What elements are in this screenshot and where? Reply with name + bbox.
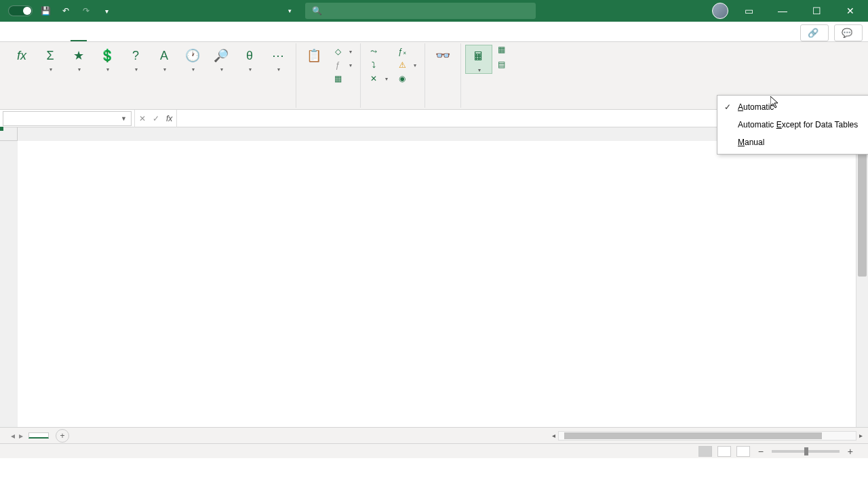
- tab-formulas[interactable]: [71, 32, 87, 41]
- lookup-icon: 🔎: [212, 47, 231, 64]
- enter-icon[interactable]: ✓: [153, 114, 159, 123]
- add-sheet-button[interactable]: +: [56, 429, 69, 443]
- group-formula-auditing: [365, 104, 420, 108]
- tab-insert[interactable]: [38, 33, 54, 41]
- group-function-library: [8, 104, 292, 108]
- tab-review[interactable]: [103, 33, 119, 41]
- statusbar: − +: [0, 443, 868, 458]
- zoom-out-button[interactable]: −: [755, 446, 766, 457]
- evaluate-formula-button[interactable]: ◉: [393, 72, 420, 85]
- math-trig-button[interactable]: θ ▾: [236, 45, 263, 73]
- text-button[interactable]: A ▾: [151, 45, 178, 73]
- star-icon: ★: [69, 47, 88, 64]
- maximize-icon[interactable]: ☐: [803, 0, 830, 22]
- calc-sheet-icon[interactable]: ▤: [496, 60, 506, 69]
- share-icon: 🔗: [808, 28, 818, 38]
- evaluate-icon: ◉: [397, 74, 407, 83]
- vertical-scrollbar[interactable]: [856, 127, 868, 427]
- name-manager-button[interactable]: 📋: [300, 45, 328, 65]
- menu-manual[interactable]: Manual: [717, 134, 868, 151]
- watch-icon: 👓: [433, 47, 452, 64]
- tab-data[interactable]: [87, 33, 103, 41]
- avatar[interactable]: [712, 3, 728, 19]
- lookup-reference-button[interactable]: 🔎 ▾: [208, 45, 235, 73]
- horizontal-scrollbar[interactable]: [558, 431, 856, 441]
- hscroll-left-icon[interactable]: ◂: [552, 432, 555, 439]
- autosum-button[interactable]: Σ ▾: [37, 45, 64, 73]
- trace-dependents-button[interactable]: ⤵: [365, 58, 392, 72]
- error-checking-button[interactable]: ⚠▾: [393, 58, 420, 72]
- select-all-corner[interactable]: [0, 127, 18, 141]
- share-button[interactable]: 🔗: [800, 24, 829, 41]
- tab-view[interactable]: [119, 33, 136, 41]
- menu-automatic-except[interactable]: Automatic Except for Data Tables: [717, 116, 868, 134]
- more-functions-button[interactable]: ⋯ ▾: [264, 45, 292, 73]
- show-formulas-icon: ƒₓ: [397, 47, 407, 56]
- ribbon-display-icon[interactable]: ▭: [735, 0, 762, 22]
- ribbon-tabs: 🔗 💬: [0, 22, 868, 42]
- question-icon: ?: [126, 47, 145, 64]
- sheet-tab-regions[interactable]: [28, 432, 49, 439]
- insert-function-button[interactable]: fx: [8, 45, 35, 65]
- calc-now-icon[interactable]: ▦: [496, 45, 506, 54]
- date-time-button[interactable]: 🕐 ▾: [179, 45, 206, 73]
- arrow-down-icon: ⤵: [369, 60, 378, 70]
- tag-icon: ◇: [333, 47, 342, 56]
- qat-dropdown-icon[interactable]: ▾: [99, 3, 114, 18]
- calc-options-menu: Automatic Automatic Except for Data Tabl…: [717, 95, 868, 155]
- undo-icon[interactable]: ↶: [58, 3, 73, 18]
- group-defined-names: [300, 104, 356, 108]
- use-in-formula-button[interactable]: ƒ▾: [329, 58, 356, 72]
- trace-precedents-button[interactable]: ⤳: [365, 45, 392, 58]
- sheet-tabs: ◂ ▸ + ◂ ▸: [0, 427, 868, 443]
- show-formulas-button[interactable]: ƒₓ: [393, 45, 420, 58]
- fx-button-icon[interactable]: fx: [166, 114, 172, 123]
- hscroll-right-icon[interactable]: ▸: [859, 432, 863, 439]
- sheet-nav-prev-icon[interactable]: ◂: [11, 431, 15, 441]
- search-input[interactable]: 🔍: [305, 3, 536, 19]
- save-icon[interactable]: 💾: [38, 3, 53, 18]
- watch-window-button[interactable]: 👓: [429, 45, 456, 65]
- menu-automatic[interactable]: Automatic: [717, 98, 868, 116]
- zoom-slider[interactable]: [772, 450, 840, 453]
- calc-icon: 🖩: [469, 48, 488, 64]
- text-icon: A: [155, 47, 174, 64]
- redo-icon[interactable]: ↷: [79, 3, 94, 18]
- clock-icon: 🕐: [183, 47, 202, 64]
- cancel-icon[interactable]: ✕: [139, 114, 146, 123]
- recently-used-button[interactable]: ★ ▾: [65, 45, 92, 73]
- tab-help[interactable]: [136, 33, 152, 41]
- chevron-down-icon[interactable]: ▼: [121, 115, 127, 122]
- zoom-in-button[interactable]: +: [845, 446, 856, 457]
- logical-button[interactable]: ? ▾: [122, 45, 149, 73]
- name-box[interactable]: ▼: [3, 111, 132, 126]
- calculation-options-button[interactable]: 🖩 ▾: [465, 45, 492, 74]
- sigma-icon: Σ: [41, 47, 60, 64]
- financial-button[interactable]: 💲 ▾: [94, 45, 121, 73]
- define-name-button[interactable]: ◇▾: [329, 45, 356, 58]
- close-icon[interactable]: ✕: [837, 0, 864, 22]
- tab-page-layout[interactable]: [54, 33, 71, 41]
- grid: [0, 127, 868, 427]
- filename[interactable]: ▾: [284, 7, 292, 14]
- money-icon: 💲: [98, 47, 117, 64]
- remove-arrows-button[interactable]: ✕▾: [365, 72, 392, 85]
- sheet-nav-next-icon[interactable]: ▸: [19, 431, 23, 441]
- search-icon: 🔍: [312, 6, 322, 16]
- view-page-layout-icon[interactable]: [717, 446, 731, 457]
- arrow-right-icon: ⤳: [369, 47, 378, 56]
- minimize-icon[interactable]: —: [769, 0, 796, 22]
- remove-arrows-icon: ✕: [369, 74, 378, 83]
- grid-icon: ▦: [333, 74, 342, 83]
- view-page-break-icon[interactable]: [736, 446, 750, 457]
- tab-home[interactable]: [22, 33, 38, 41]
- comments-icon: 💬: [842, 28, 852, 38]
- comments-button[interactable]: 💬: [834, 24, 863, 41]
- name-manager-icon: 📋: [304, 47, 323, 64]
- autosave-toggle[interactable]: [4, 5, 33, 16]
- tab-file[interactable]: [5, 33, 22, 41]
- view-normal-icon[interactable]: [698, 446, 712, 457]
- theta-icon: θ: [240, 47, 259, 64]
- formula-icon: ƒ: [333, 60, 342, 70]
- create-from-selection-button[interactable]: ▦: [329, 72, 356, 85]
